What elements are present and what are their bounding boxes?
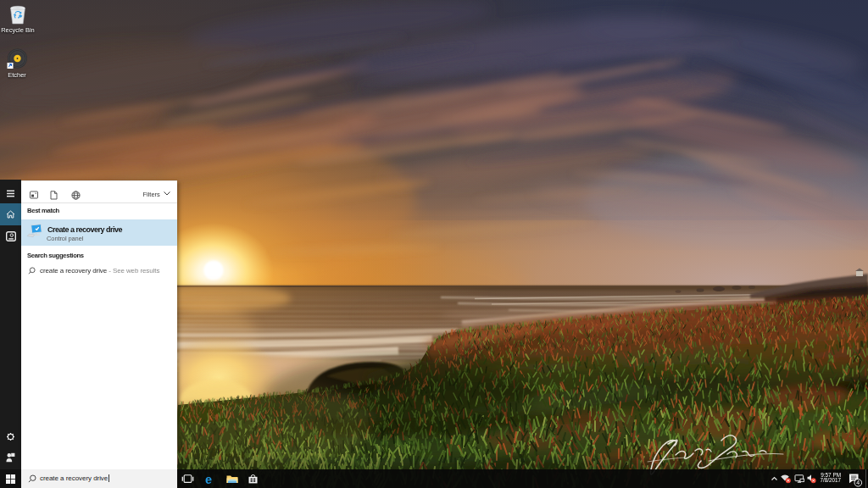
svg-text:4: 4 (856, 480, 860, 485)
svg-text:e: e (205, 474, 212, 485)
